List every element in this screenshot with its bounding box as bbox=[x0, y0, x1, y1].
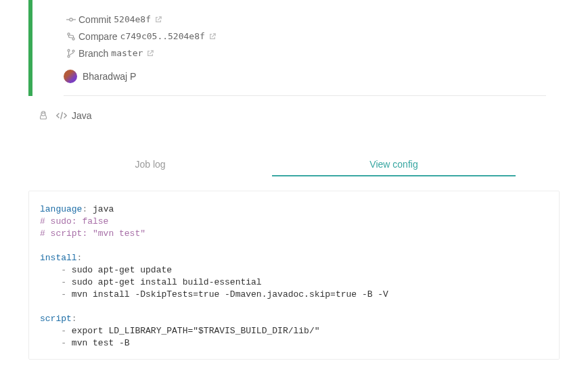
code-icon bbox=[55, 111, 68, 120]
svg-point-4 bbox=[72, 37, 74, 39]
branch-icon bbox=[64, 49, 78, 58]
avatar bbox=[64, 70, 77, 83]
tab-view-config[interactable]: View config bbox=[272, 152, 516, 176]
build-card: Commit 5204e8f Compare c749c05..5204e8f bbox=[28, 0, 560, 96]
svg-point-3 bbox=[68, 32, 70, 34]
commit-hash: 5204e8f bbox=[114, 14, 151, 24]
commit-label: Commit bbox=[78, 14, 111, 25]
svg-point-10 bbox=[44, 113, 45, 114]
author-name: Bharadwaj P bbox=[83, 71, 136, 82]
config-panel: language: java # sudo: false # script: "… bbox=[28, 191, 560, 360]
branch-name: master bbox=[111, 48, 143, 58]
os-linux-icon bbox=[38, 110, 49, 121]
env-row: Java bbox=[38, 110, 92, 121]
svg-point-8 bbox=[41, 112, 45, 116]
svg-line-11 bbox=[61, 112, 63, 120]
env-language: Java bbox=[72, 110, 92, 121]
commit-icon bbox=[64, 15, 78, 24]
branch-label: Branch bbox=[78, 48, 108, 59]
svg-point-6 bbox=[68, 55, 70, 57]
compare-label: Compare bbox=[78, 31, 118, 42]
branch-row[interactable]: Branch master bbox=[64, 45, 546, 62]
build-meta: Commit 5204e8f Compare c749c05..5204e8f bbox=[64, 0, 546, 62]
svg-point-7 bbox=[72, 50, 74, 52]
external-link-icon bbox=[147, 50, 154, 57]
external-link-icon bbox=[209, 33, 216, 40]
tab-job-log[interactable]: Job log bbox=[28, 152, 272, 176]
compare-range: c749c05..5204e8f bbox=[120, 31, 205, 41]
svg-point-0 bbox=[70, 18, 72, 20]
commit-row[interactable]: Commit 5204e8f bbox=[64, 11, 546, 28]
external-link-icon bbox=[155, 16, 162, 23]
svg-point-5 bbox=[68, 49, 70, 51]
tabs: Job log View config bbox=[28, 152, 560, 176]
author-row: Bharadwaj P bbox=[64, 70, 546, 95]
svg-point-9 bbox=[42, 113, 43, 114]
compare-row[interactable]: Compare c749c05..5204e8f bbox=[64, 28, 546, 45]
divider bbox=[64, 95, 546, 96]
compare-icon bbox=[64, 32, 78, 41]
config-content: language: java # sudo: false # script: "… bbox=[40, 203, 548, 349]
